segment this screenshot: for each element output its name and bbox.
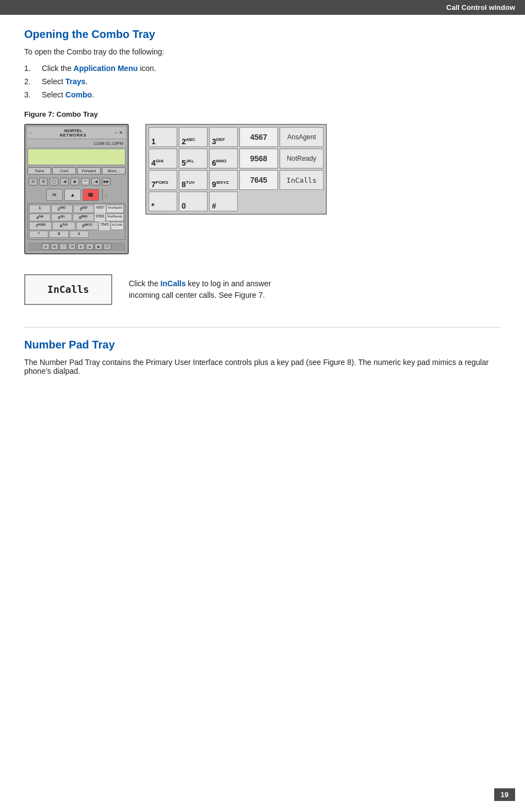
tray-timestamp: 11/08 01:13PM bbox=[28, 140, 125, 147]
header-bar: Call Control window bbox=[0, 0, 525, 15]
kp-key-hash[interactable]: # bbox=[209, 192, 238, 211]
header-title: Call Control window bbox=[446, 3, 515, 12]
kp-status-ansagent[interactable]: AnsAgent bbox=[280, 127, 324, 147]
kp-key-0[interactable]: 0 bbox=[179, 192, 207, 211]
tray-btn-forward[interactable]: Forward bbox=[77, 167, 101, 175]
kp-key-5[interactable]: 5JKL bbox=[179, 149, 207, 168]
mini-kp-row-4: * 0 # bbox=[29, 231, 124, 237]
mini-kp-7[interactable]: 7PORS bbox=[29, 222, 52, 230]
kp-key-3[interactable]: 3DEF bbox=[209, 127, 238, 147]
mini-kp-status-1: AnsAgent bbox=[106, 205, 124, 213]
step-2: 2. Select Trays. bbox=[24, 77, 501, 86]
kp-key-8[interactable]: 8TUV bbox=[179, 170, 207, 190]
kp-key-6[interactable]: 6MNO bbox=[209, 149, 238, 168]
kp-key-star[interactable]: * bbox=[149, 192, 177, 211]
play-icon[interactable]: ▶ bbox=[70, 178, 79, 186]
step-2-highlight: Trays bbox=[65, 77, 86, 86]
mini-kp-spacer bbox=[89, 231, 124, 237]
kp-status-incalls[interactable]: InCalls bbox=[280, 170, 324, 190]
kp-key-9[interactable]: 9WXYZ bbox=[209, 170, 238, 190]
bottom-icon-7[interactable]: ▶ bbox=[95, 243, 102, 250]
tray-controls: – ✕ bbox=[114, 130, 123, 135]
mini-kp-ext-2: 9568 bbox=[95, 214, 106, 222]
tray-logo: NORTEL NETWORKS bbox=[32, 128, 114, 137]
bottom-icon-4[interactable]: ✉ bbox=[68, 243, 76, 250]
incalls-section: InCalls Click the InCalls key to log in … bbox=[24, 274, 501, 305]
power-icon[interactable]: ◯ bbox=[50, 178, 58, 186]
bottom-icon-5[interactable]: ● bbox=[77, 243, 85, 250]
mini-kp-4[interactable]: 4GHI bbox=[29, 214, 51, 222]
kp-status-notready[interactable]: NotReady bbox=[280, 149, 324, 168]
mini-kp-status-2: NotReady bbox=[106, 214, 124, 222]
opening-combo-tray-heading: Opening the Combo Tray bbox=[24, 28, 501, 41]
mini-kp-3[interactable]: 3DEF bbox=[73, 205, 95, 213]
figure-section: ■ NORTEL NETWORKS – ✕ 11/08 01:13PM Tran… bbox=[24, 124, 501, 254]
contact-icon[interactable]: ☕ bbox=[81, 178, 90, 186]
step-3-num: 3. bbox=[24, 90, 42, 99]
incalls-highlight: InCalls bbox=[161, 279, 186, 288]
mini-kp-9[interactable]: 9WXYZ bbox=[76, 222, 99, 230]
menu-icon[interactable]: ☰ bbox=[29, 178, 37, 186]
hold-btn[interactable]: ▲ bbox=[64, 189, 81, 201]
mini-kp-ext-3: 7645 bbox=[99, 222, 110, 230]
back-icon[interactable]: ◀ bbox=[60, 178, 69, 186]
vol-down-icon[interactable]: ◀ bbox=[91, 178, 100, 186]
kp-key-7[interactable]: 7PORS bbox=[149, 170, 177, 190]
number-pad-tray-body: The Number Pad Tray contains the Primary… bbox=[24, 358, 501, 375]
voicemail-btn[interactable]: ✉ bbox=[46, 189, 63, 201]
intro-text: To open the Combo tray do the following: bbox=[24, 47, 501, 56]
tray-btn-trans[interactable]: Trans bbox=[28, 167, 51, 175]
section-divider bbox=[24, 327, 501, 328]
steps-list: 1. Click the Application Menu icon. 2. S… bbox=[24, 64, 501, 99]
mini-kp-1[interactable]: 1 bbox=[29, 205, 51, 213]
hangup-btn[interactable]: ☎ bbox=[83, 189, 99, 201]
step-3: 3. Select Combo. bbox=[24, 90, 501, 99]
tray-btn-more[interactable]: More... bbox=[102, 167, 125, 175]
vertical-divider bbox=[102, 189, 103, 201]
kp-key-1[interactable]: 1 bbox=[149, 127, 177, 147]
mini-kp-0[interactable]: 0 bbox=[49, 231, 68, 237]
vol-up-icon[interactable]: ▶▶ bbox=[102, 178, 111, 186]
step-1-highlight: Application Menu bbox=[74, 64, 138, 73]
incalls-description: Click the InCalls key to log in and answ… bbox=[129, 278, 271, 301]
step-2-num: 2. bbox=[24, 77, 42, 86]
mini-kp-row-3: 7PORS 8TUV 9WXYZ 7645 InCalls bbox=[29, 222, 124, 230]
step-3-text: Select Combo. bbox=[42, 90, 94, 99]
bottom-icon-3[interactable]: ⛪ bbox=[59, 243, 67, 250]
tray-action-row: ✉ ▲ ☎ / bbox=[28, 189, 125, 201]
bottom-icon-1[interactable]: ● bbox=[42, 243, 50, 250]
mini-kp-row-2: 4GHI 5JKL 6MNO 9568 NotReady bbox=[29, 214, 124, 222]
mini-kp-2[interactable]: 2ABC bbox=[51, 205, 73, 213]
tray-btn-conf[interactable]: Conf bbox=[52, 167, 76, 175]
phone-tray: ■ NORTEL NETWORKS – ✕ 11/08 01:13PM Tran… bbox=[24, 124, 129, 254]
kp-ext-4567: 4567 bbox=[239, 127, 278, 147]
mini-kp-hash[interactable]: # bbox=[69, 231, 89, 237]
kp-ext-7645: 7645 bbox=[239, 170, 278, 190]
bottom-icon-2[interactable]: M bbox=[51, 243, 58, 250]
tray-display bbox=[28, 149, 125, 165]
mini-kp-status-3: InCalls bbox=[111, 222, 124, 230]
page-content: Opening the Combo Tray To open the Combo… bbox=[0, 15, 525, 405]
mini-kp-star[interactable]: * bbox=[29, 231, 48, 237]
kp-key-4[interactable]: 4GHI bbox=[149, 149, 177, 168]
bottom-icon-6[interactable]: ▲ bbox=[86, 243, 94, 250]
kp-ext-9568: 9568 bbox=[239, 149, 278, 168]
kp-empty-row4 bbox=[239, 192, 324, 211]
mini-kp-ext-1: 4567 bbox=[95, 205, 106, 213]
mini-kp-row-1: 1 2ABC 3DEF 4567 AnsAgent bbox=[29, 205, 124, 213]
page-number: 19 bbox=[494, 788, 515, 801]
step-1-text: Click the Application Menu icon. bbox=[42, 64, 156, 73]
kp-grid: 1 2ABC 3DEF 4567 AnsAgent 4GHI 5JKL bbox=[149, 127, 324, 211]
tray-bottom-bar: ● M ⛪ ✉ ● ▲ ▶ ⓘ bbox=[28, 242, 125, 251]
mini-kp-8[interactable]: 8TUV bbox=[52, 222, 75, 230]
mini-keypad: 1 2ABC 3DEF 4567 AnsAgent 4GHI 5JKL 6MNO… bbox=[28, 203, 125, 240]
slash-indicator: / bbox=[106, 193, 107, 198]
number-pad-tray-heading: Number Pad Tray bbox=[24, 339, 501, 351]
settings-icon[interactable]: ⚙ bbox=[39, 178, 48, 186]
incalls-box: InCalls bbox=[24, 274, 112, 305]
step-1-num: 1. bbox=[24, 64, 42, 73]
bottom-icon-8[interactable]: ⓘ bbox=[103, 243, 111, 250]
mini-kp-5[interactable]: 5JKL bbox=[51, 214, 73, 222]
mini-kp-6[interactable]: 6MNO bbox=[73, 214, 94, 222]
kp-key-2[interactable]: 2ABC bbox=[179, 127, 207, 147]
